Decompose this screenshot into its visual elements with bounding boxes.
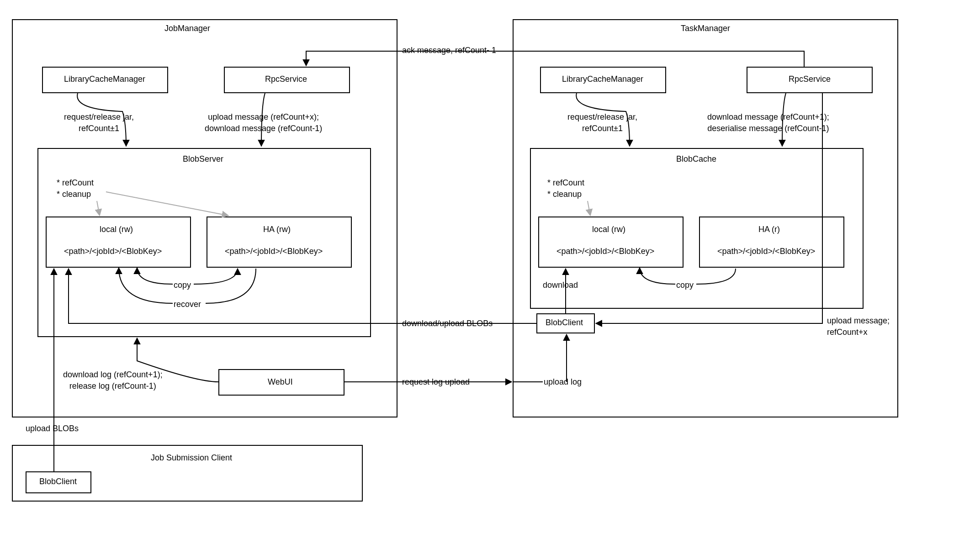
- blobcache-ha-path: <path>/<jobId>/<BlobKey>: [717, 247, 815, 256]
- jm-libcache-edge-label: request/release jar, refCount±1: [64, 111, 134, 134]
- webui-label: WebUI: [268, 377, 293, 387]
- blobserver-local: [46, 217, 191, 268]
- client-title: Job Submission Client: [151, 453, 232, 463]
- blobserver-title: BlobServer: [183, 154, 223, 164]
- blobcache-notes: * refCount * cleanup: [547, 177, 584, 200]
- blobcache-local-title: local (rw): [592, 225, 625, 234]
- blobserver-notes: * refCount * cleanup: [57, 177, 94, 200]
- taskmanager-title: TaskManager: [681, 24, 730, 33]
- client-blobclient-label: BlobClient: [39, 477, 77, 486]
- ack-label: ack message, refCount- 1: [402, 46, 496, 55]
- blobserver-copy-label: copy: [174, 280, 191, 290]
- blobserver-local-path: <path>/<jobId>/<BlobKey>: [64, 247, 162, 256]
- jm-rpcservice-label: RpcService: [265, 74, 307, 84]
- blobcache-local-path: <path>/<jobId>/<BlobKey>: [556, 247, 654, 256]
- tm-uploadlog-label: upload log: [544, 377, 582, 387]
- requestlog-label: request log upload: [402, 377, 470, 387]
- tm-blobclient-label: BlobClient: [546, 318, 583, 328]
- blobcache-local: [538, 217, 684, 268]
- blobserver-ha-path: <path>/<jobId>/<BlobKey>: [225, 247, 323, 256]
- jm-rpc-edge-label: upload message (refCount+x); download me…: [205, 111, 322, 134]
- webui-edge-label: download log (refCount+1); release log (…: [63, 369, 163, 392]
- blobcache-copy-label: copy: [676, 280, 694, 290]
- blobserver-recover-label: recover: [174, 300, 201, 309]
- jobmanager-title: JobManager: [164, 24, 210, 33]
- blobcache-download-label: download: [543, 280, 578, 290]
- blobserver-local-title: local (rw): [100, 225, 133, 234]
- tm-rpcservice-label: RpcService: [789, 74, 831, 84]
- blobcache-ha: [699, 217, 844, 268]
- downloadupload-label: download/upload BLOBs: [402, 319, 493, 328]
- tm-libcache-edge-label: request/release jar, refCount±1: [567, 111, 637, 134]
- blobcache-title: BlobCache: [676, 154, 716, 164]
- client-upload-label: upload BLOBs: [26, 424, 79, 433]
- blobcache-ha-title: HA (r): [758, 225, 780, 234]
- tm-rpc-edge-label: download message (refCount+1); deseriali…: [707, 111, 829, 134]
- blobserver-ha-title: HA (rw): [263, 225, 291, 234]
- tm-librarycachemanager-label: LibraryCacheManager: [562, 74, 643, 84]
- blobserver-ha: [207, 217, 352, 268]
- jm-librarycachemanager-label: LibraryCacheManager: [64, 74, 145, 84]
- tm-rpc-blobclient-label: upload message; refCount+x: [827, 315, 890, 338]
